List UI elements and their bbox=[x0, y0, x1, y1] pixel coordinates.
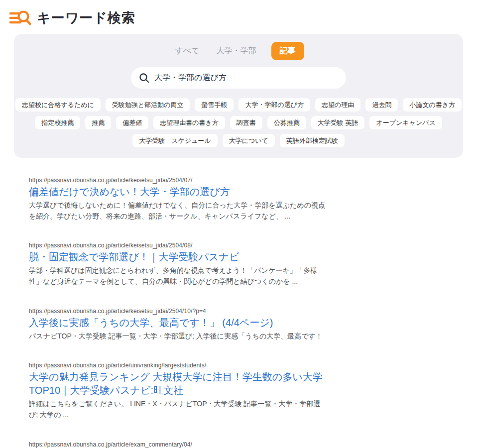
keyword-chip[interactable]: オープンキャンパス bbox=[369, 116, 442, 129]
keyword-chip[interactable]: 志望理由書の書き方 bbox=[153, 116, 225, 129]
result-url: https://passnavi.obunsha.co.jp/article/k… bbox=[29, 177, 340, 184]
page-title: キーワード検索 bbox=[37, 9, 135, 27]
result-title-link[interactable]: 偏差値だけで決めない！大学・学部の選び方 bbox=[29, 185, 340, 199]
search-result: https://passnavi.obunsha.co.jp/article/k… bbox=[29, 242, 340, 287]
keyword-chips: 志望校に合格するために受験勉強と部活動の両立螢雪手帳大学・学部の選び方志望の理由… bbox=[14, 98, 463, 147]
keyword-chip[interactable]: 英語外部検定試験 bbox=[280, 134, 345, 147]
result-title-link[interactable]: 大学の魅力発見ランキング 大規模大学に注目！学生数の多い大学 TOP10｜大学受… bbox=[29, 370, 340, 397]
search-list-icon bbox=[9, 9, 32, 27]
keyword-chip[interactable]: 志望の理由 bbox=[315, 98, 360, 112]
result-title-link[interactable]: 入学後に実感「うちの大学、最高です！」 (4/4ページ) bbox=[29, 316, 340, 330]
search-result: https://passnavi.obunsha.co.jp/article/e… bbox=[29, 441, 340, 448]
search-bar bbox=[131, 67, 346, 89]
search-result: https://passnavi.obunsha.co.jp/article/k… bbox=[29, 308, 340, 342]
chip-row-3: 大学受験 スケジュール大学について英語外部検定試験 bbox=[14, 134, 463, 147]
keyword-chip[interactable]: 大学・学部の選び方 bbox=[238, 98, 310, 112]
keyword-chip[interactable]: 志望校に合格するために bbox=[15, 98, 101, 112]
keyword-chip[interactable]: 大学受験 スケジュール bbox=[132, 134, 218, 147]
result-description: 大学選びで後悔しないために！偏差値だけでなく、自分に合った大学・学部を選ぶための… bbox=[29, 200, 328, 222]
keyword-chip[interactable]: 公募推薦 bbox=[267, 116, 306, 129]
result-description: パスナビTOP・大学受験 記事一覧・大学・学部選び; 入学後に実感「うちの大学、… bbox=[29, 331, 328, 342]
chip-row-2: 指定校推薦推薦偏差値志望理由書の書き方調査書公募推薦大学受験 英語オープンキャン… bbox=[14, 116, 463, 129]
keyword-chip[interactable]: 偏差値 bbox=[116, 116, 148, 129]
chip-row-1: 志望校に合格するために受験勉強と部活動の両立螢雪手帳大学・学部の選び方志望の理由… bbox=[14, 98, 463, 112]
keyword-chip[interactable]: 螢雪手帳 bbox=[195, 98, 234, 112]
keyword-chip[interactable]: 指定校推薦 bbox=[35, 116, 80, 129]
result-url: https://passnavi.obunsha.co.jp/article/e… bbox=[29, 441, 340, 448]
search-panel: すべて 大学・学部 記事 志望校に合格するために受験勉強と部活動の両立螢雪手帳大… bbox=[14, 34, 463, 158]
search-input[interactable] bbox=[154, 74, 339, 83]
result-url: https://passnavi.obunsha.co.jp/article/k… bbox=[29, 308, 340, 315]
keyword-chip[interactable]: 小論文の書き方 bbox=[403, 98, 462, 112]
result-description: 学部・学科選びは固定観念にとらわれず、多角的な視点で考えよう！「パンケーキ」「多… bbox=[29, 265, 328, 287]
keyword-chip[interactable]: 大学について bbox=[223, 134, 275, 147]
search-result: https://passnavi.obunsha.co.jp/article/u… bbox=[29, 362, 340, 420]
search-result: https://passnavi.obunsha.co.jp/article/k… bbox=[29, 177, 340, 222]
keyword-chip[interactable]: 過去問 bbox=[365, 98, 398, 112]
search-results: https://passnavi.obunsha.co.jp/article/k… bbox=[29, 177, 340, 448]
tab[interactable]: すべて bbox=[173, 42, 201, 60]
keyword-chip[interactable]: 受験勉強と部活動の両立 bbox=[106, 98, 190, 112]
result-title-link[interactable]: 脱・固定観念で学部選び！｜大学受験パスナビ bbox=[29, 250, 340, 264]
result-url: https://passnavi.obunsha.co.jp/article/k… bbox=[29, 242, 340, 249]
result-description: 詳細はこちらをご覧ください。 LINE・X・パスナビTOP・大学受験 記事一覧・… bbox=[29, 399, 328, 420]
page-header: キーワード検索 bbox=[0, 0, 477, 33]
keyword-chip[interactable]: 調査書 bbox=[230, 116, 262, 129]
result-url: https://passnavi.obunsha.co.jp/article/u… bbox=[29, 362, 340, 369]
search-tabs: すべて 大学・学部 記事 bbox=[14, 41, 463, 60]
keyword-chip[interactable]: 推薦 bbox=[85, 116, 111, 129]
search-icon[interactable] bbox=[139, 73, 149, 83]
tab[interactable]: 大学・学部 bbox=[215, 42, 258, 60]
tab[interactable]: 記事 bbox=[271, 42, 304, 60]
keyword-chip[interactable]: 大学受験 英語 bbox=[311, 116, 365, 129]
